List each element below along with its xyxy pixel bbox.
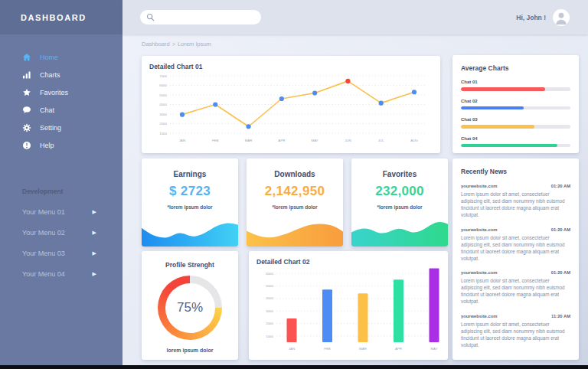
star-icon xyxy=(22,88,31,97)
dev-item-label: Your Menu 03 xyxy=(22,250,65,257)
search-input[interactable] xyxy=(155,14,255,21)
svg-text:2000: 2000 xyxy=(266,322,273,325)
sidebar-dev-item-4[interactable]: Your Menu 04▶ xyxy=(0,270,122,278)
average-charts-title: Average Charts xyxy=(461,64,570,72)
svg-text:AUG: AUG xyxy=(410,139,418,142)
breadcrumb-root[interactable]: Dashboard xyxy=(142,41,170,47)
profile-percent: 75% xyxy=(165,283,215,333)
play-arrow-icon: ▶ xyxy=(93,271,96,277)
favorites-sparkline xyxy=(351,218,448,247)
average-bar-label: Chat 02 xyxy=(461,99,570,103)
news-source[interactable]: yourwebsite.com xyxy=(461,314,497,318)
average-charts-card: Average Charts Chat 01Chat 02Chat 03Chat… xyxy=(452,55,579,153)
svg-text:MAY: MAY xyxy=(312,139,318,142)
svg-text:MAR: MAR xyxy=(359,347,367,351)
news-time: 01:20 AM xyxy=(551,270,570,275)
downloads-card: Downloads 2,142,950 *lorem ipsum dolor xyxy=(247,158,343,247)
sidebar: DASHBOARD HomeChartsFavoritesChatSetting… xyxy=(0,0,122,369)
news-item-header: yourwebsite.com01:20 AM xyxy=(461,184,570,188)
sidebar-item-setting[interactable]: Setting xyxy=(0,119,122,136)
sidebar-item-label: Help xyxy=(40,142,54,149)
svg-text:7000: 7000 xyxy=(159,74,167,78)
downloads-note: *lorem ipsum dolor xyxy=(272,204,317,210)
news-source[interactable]: yourwebsite.com xyxy=(461,184,497,188)
news-source[interactable]: yourwebsite.com xyxy=(461,270,497,275)
average-charts-bars: Chat 01Chat 02Chat 03Chat 04 xyxy=(461,80,570,147)
breadcrumb-separator: > xyxy=(172,41,175,47)
svg-text:FEB: FEB xyxy=(324,347,331,351)
news-time: 01:20 AM xyxy=(551,227,570,232)
topbar: Hi, John ! xyxy=(122,0,588,34)
svg-text:MAR: MAR xyxy=(245,139,253,142)
earnings-sparkline xyxy=(142,218,238,247)
progress-fill xyxy=(461,87,545,91)
sidebar-dev-item-1[interactable]: Your Menu 01▶ xyxy=(0,208,122,216)
profile-strength-title: Profile Strenght xyxy=(165,261,214,269)
sidebar-dev-item-3[interactable]: Your Menu 03▶ xyxy=(0,250,122,257)
svg-text:5000: 5000 xyxy=(266,284,273,288)
progress-track xyxy=(461,125,570,129)
svg-text:APR: APR xyxy=(278,139,285,142)
sidebar-dev-item-2[interactable]: Your Menu 02▶ xyxy=(0,229,122,237)
sidebar-item-label: Home xyxy=(40,54,58,61)
downloads-value: 2,142,950 xyxy=(265,184,325,199)
play-arrow-icon: ▶ xyxy=(93,209,96,215)
earnings-card: Earnings $ 2723 *lorem ipsum dolor xyxy=(142,158,238,247)
recently-news-title: Recently News xyxy=(461,168,570,175)
search-bar[interactable] xyxy=(140,10,261,24)
progress-track xyxy=(461,87,570,91)
progress-track xyxy=(461,106,570,110)
sidebar-item-home[interactable]: Home xyxy=(0,48,122,66)
sidebar-item-label: Chat xyxy=(40,106,54,114)
favorites-note: *lorem ipsum dolor xyxy=(377,204,422,210)
earnings-title: Earnings xyxy=(174,170,207,178)
sidebar-item-label: Charts xyxy=(40,71,60,79)
average-bar-3: Chat 03 xyxy=(461,117,570,129)
bar-chart: 600050004000300020001000JANFEBMARAPRMAY xyxy=(256,266,442,356)
sidebar-item-label: Favorites xyxy=(40,89,68,96)
average-bar-1: Chat 01 xyxy=(461,80,570,91)
dev-item-label: Your Menu 01 xyxy=(22,208,65,216)
downloads-title: Downloads xyxy=(274,170,315,178)
line-chart: 7000600050004000300020001000JANFEBMARAPR… xyxy=(149,70,434,147)
favorites-card: Favorites 232,000 *lorem ipsum dolor xyxy=(351,158,448,247)
user-icon xyxy=(553,9,570,26)
svg-text:JAN: JAN xyxy=(289,347,295,351)
play-arrow-icon: ▶ xyxy=(93,230,96,236)
avatar[interactable] xyxy=(553,9,570,26)
sidebar-item-help[interactable]: Help xyxy=(0,136,122,154)
breadcrumb-current: Lorem Ipsum xyxy=(178,41,211,47)
svg-text:1000: 1000 xyxy=(159,132,167,136)
progress-fill xyxy=(461,144,557,148)
sidebar-section-label: Development xyxy=(22,188,122,195)
app-title: DASHBOARD xyxy=(21,13,87,22)
news-item-3: yourwebsite.com01:20 AMLorem ipsum dolor… xyxy=(461,270,570,305)
svg-text:JAN: JAN xyxy=(179,139,185,142)
profile-note: lorem ipsum dolor xyxy=(166,348,213,353)
news-text: Lorem ipsum dolor sit amet, consectetuer… xyxy=(461,234,570,263)
progress-fill xyxy=(461,106,524,110)
progress-fill xyxy=(461,125,534,129)
progress-track xyxy=(461,144,570,148)
svg-text:3000: 3000 xyxy=(266,309,273,313)
chat-icon xyxy=(22,106,31,115)
dev-item-label: Your Menu 02 xyxy=(22,229,65,237)
search-icon xyxy=(146,13,155,21)
sidebar-item-favorites[interactable]: Favorites xyxy=(0,83,122,101)
news-text: Lorem ipsum dolor sit amet, consectetuer… xyxy=(461,321,570,349)
average-bar-label: Chat 01 xyxy=(461,80,570,84)
svg-text:APR: APR xyxy=(395,347,402,351)
news-item-header: yourwebsite.com01:20 AM xyxy=(461,270,570,275)
charts-icon xyxy=(22,70,31,80)
average-bar-label: Chat 03 xyxy=(461,117,570,122)
svg-text:2000: 2000 xyxy=(159,122,167,126)
sidebar-item-charts[interactable]: Charts xyxy=(0,66,122,83)
chart-01-title: Detailed Chart 01 xyxy=(149,63,434,70)
home-icon xyxy=(22,53,31,62)
news-list: yourwebsite.com01:20 AMLorem ipsum dolor… xyxy=(461,184,570,348)
news-source[interactable]: yourwebsite.com xyxy=(461,227,497,232)
sidebar-item-chat[interactable]: Chat xyxy=(0,101,122,119)
sidebar-dev-menu: Your Menu 01▶Your Menu 02▶Your Menu 03▶Y… xyxy=(0,208,122,278)
profile-donut-chart: 75% xyxy=(158,276,222,340)
average-bar-label: Chat 04 xyxy=(461,136,570,141)
